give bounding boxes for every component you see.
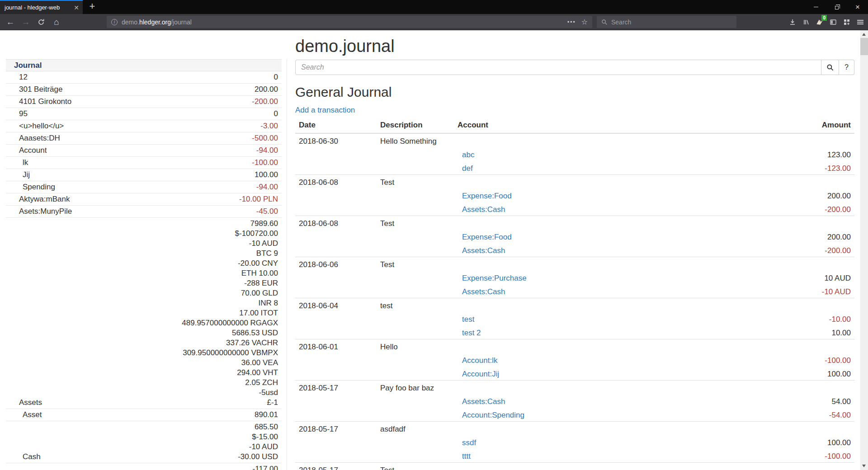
posting-account-link[interactable]: Assets:Cash xyxy=(462,287,505,296)
transactions-body: 2018-06-30 Hello Something note:blah abc… xyxy=(295,134,854,470)
posting-account-link[interactable]: abc xyxy=(462,150,474,159)
forward-button[interactable]: → xyxy=(18,17,33,27)
transaction-date: 2018-05-17 xyxy=(295,422,377,435)
sidebar-account-link[interactable]: Asset xyxy=(23,410,42,420)
transaction-title-row[interactable]: 2018-06-01 Hello xyxy=(295,339,854,353)
page-actions-icon[interactable]: ••• xyxy=(567,19,576,25)
accounts-sidebar: Journal 12 0 301 Beiträge 200.00 4101 Gi… xyxy=(6,59,282,470)
browser-tab[interactable]: journal - hledger-web ✕ xyxy=(0,0,83,14)
account-balance: -10 AUD xyxy=(41,442,278,452)
transaction-description: Hello xyxy=(377,339,458,353)
posting-account-link[interactable]: Account:Spending xyxy=(462,411,524,419)
header-account: Account xyxy=(458,119,647,133)
url-bar[interactable]: i demo.hledger.org/journal ••• ☆ xyxy=(107,16,592,28)
posting-account-link[interactable]: Account:lk xyxy=(462,356,497,365)
window-restore-button[interactable] xyxy=(826,0,847,14)
navigation-toolbar: ← → ⌂ i demo.hledger.org/journal ••• ☆ S… xyxy=(0,14,868,30)
scroll-up-arrow-icon[interactable] xyxy=(862,33,866,36)
sidebar-account-link[interactable]: <u>hello</u> xyxy=(19,121,64,131)
posting-account-link[interactable]: Expense:Purchase xyxy=(462,274,527,282)
posting-amount: 10 AUD xyxy=(647,271,854,284)
posting-account-link[interactable]: test xyxy=(462,315,474,324)
posting-account-link[interactable]: test 2 xyxy=(462,329,481,337)
empty-cell xyxy=(647,422,854,435)
sidebar-account-link[interactable]: Cash xyxy=(23,452,41,462)
posting-row: Assets:Cash54.00 xyxy=(295,394,854,408)
posting-row: Expense:Food200.00 xyxy=(295,230,854,243)
sidebar-account-row: 12 0 xyxy=(6,71,282,84)
posting-account-link[interactable]: def xyxy=(462,164,473,173)
sidebar-account-link[interactable]: Account xyxy=(19,146,47,155)
sidebar-account-link[interactable]: 12 xyxy=(19,72,28,82)
tab-close-icon[interactable]: ✕ xyxy=(74,5,79,11)
sidebar-account-link[interactable]: Assets xyxy=(19,398,42,408)
sidebar-account-row: 4101 Girokonto -200.00 xyxy=(6,96,282,108)
transaction-title-row[interactable]: 2018-05-17 Test xyxy=(295,463,854,470)
reload-button[interactable] xyxy=(33,17,49,27)
sidebar-account-list: 12 0 301 Beiträge 200.00 4101 Girokonto … xyxy=(6,71,282,470)
add-transaction-link[interactable]: Add a transaction xyxy=(295,106,355,115)
transaction-title-row[interactable]: 2018-06-30 Hello Something note:blah xyxy=(295,134,854,147)
browser-search-placeholder: Search xyxy=(611,19,631,26)
posting-account-link[interactable]: Assets:Cash xyxy=(462,246,505,255)
sidebar-account-link[interactable]: Jij xyxy=(23,170,30,180)
sidebar-account-row: 301 Beiträge 200.00 xyxy=(6,84,282,96)
posting-amount: 200.00 xyxy=(647,188,854,202)
browser-chrome: journal - hledger-web ✕ + × ← → ⌂ i demo… xyxy=(0,0,868,30)
sidebar-journal-link[interactable]: Journal xyxy=(14,61,42,70)
sidebar-account-link[interactable]: Spending xyxy=(23,182,55,192)
account-balance: ETH 10.00 xyxy=(42,268,278,278)
posting-account-link[interactable]: Expense:Food xyxy=(462,192,512,200)
transaction-date: 2018-05-17 xyxy=(295,381,377,394)
sidebar-account-link[interactable]: 301 Beiträge xyxy=(19,85,62,94)
bookmark-star-icon[interactable]: ☆ xyxy=(581,18,588,26)
account-balance: -94.00 xyxy=(55,182,278,192)
sidebars-button[interactable] xyxy=(826,15,840,29)
page-scrollbar[interactable] xyxy=(860,30,868,470)
sidebar-account-link[interactable]: 95 xyxy=(19,109,28,119)
transaction-description: Test xyxy=(377,257,458,271)
posting-account-link[interactable]: Assets:Cash xyxy=(462,205,505,214)
library-button[interactable] xyxy=(799,15,813,29)
header-date: Date xyxy=(295,119,377,133)
sidebar-account-link[interactable]: Aaasets:DH xyxy=(19,133,60,143)
search-help-button[interactable]: ? xyxy=(839,60,854,75)
scroll-down-arrow-icon[interactable] xyxy=(862,465,866,467)
posting-account-link[interactable]: tttt xyxy=(462,452,471,461)
extensions-button[interactable] xyxy=(840,15,854,29)
adblock-extension-button[interactable]: 0 xyxy=(813,15,826,29)
window-minimize-button[interactable] xyxy=(806,0,826,14)
transaction-description: Pay foo bar baz xyxy=(377,381,458,394)
sidebar-account-link[interactable]: lk xyxy=(23,158,28,168)
posting-account-link[interactable]: Expense:Food xyxy=(462,233,512,241)
empty-cell xyxy=(647,175,854,188)
transaction-title-row[interactable]: 2018-06-08 Test xyxy=(295,175,854,188)
posting-account-link[interactable]: Assets:Cash xyxy=(462,397,505,406)
site-info-icon[interactable]: i xyxy=(111,19,118,25)
sidebar-account-balances: 685.50$-15.00-10 AUD-30.00 USD xyxy=(41,422,278,462)
transaction-title-row[interactable]: 2018-05-17 Pay foo bar baz xyxy=(295,381,854,394)
transaction-title-row[interactable]: 2018-06-06 Test xyxy=(295,257,854,271)
window-close-button[interactable]: × xyxy=(847,0,868,14)
sidebar-account-link[interactable]: Aktywa:mBank xyxy=(19,194,70,204)
downloads-button[interactable] xyxy=(786,15,799,29)
posting-account-link[interactable]: ssdf xyxy=(462,438,476,447)
scrollbar-thumb[interactable] xyxy=(860,38,868,55)
journal-search-input[interactable] xyxy=(295,60,821,75)
transaction-date: 2018-05-17 xyxy=(295,463,377,470)
browser-search-field[interactable]: Search xyxy=(597,16,736,28)
account-balance: $-100720.00 xyxy=(42,229,278,239)
menu-button[interactable] xyxy=(854,15,867,29)
home-button[interactable]: ⌂ xyxy=(49,17,64,27)
sidebar-account-link[interactable]: Asets:MunyPile xyxy=(19,207,72,216)
posting-account-link[interactable]: Account:Jij xyxy=(462,370,499,378)
back-button[interactable]: ← xyxy=(3,17,18,27)
new-tab-button[interactable]: + xyxy=(85,0,99,14)
url-domain: hledger.org xyxy=(139,19,171,26)
transaction-title-row[interactable]: 2018-06-04 test xyxy=(295,298,854,312)
transaction-title-row[interactable]: 2018-06-08 Test xyxy=(295,216,854,230)
account-balance: 200.00 xyxy=(62,85,278,94)
transaction-title-row[interactable]: 2018-05-17 asdfadf xyxy=(295,422,854,435)
sidebar-account-link[interactable]: 4101 Girokonto xyxy=(19,97,71,107)
journal-search-button[interactable] xyxy=(821,60,839,75)
